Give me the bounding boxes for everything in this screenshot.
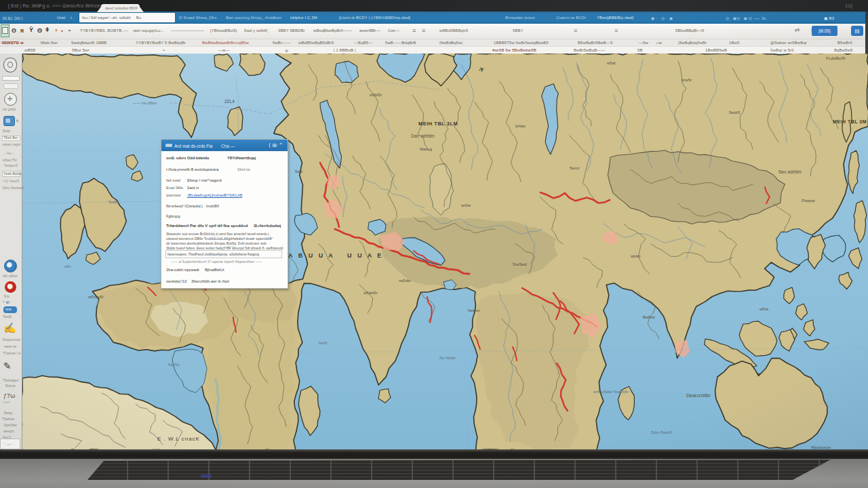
svg-text:wr5 w5dwr 5wdrb5r: wr5 w5dwr 5wdrb5r: [593, 390, 629, 394]
svg-text:5dw r5wbr5: 5dw r5wbr5: [651, 430, 673, 434]
svg-text:brw5r: brw5r: [682, 78, 692, 82]
svg-text:MEIH TBL 3M: MEIH TBL 3M: [833, 119, 867, 124]
svg-text:brfdw: brfdw: [515, 124, 526, 128]
svg-text:5wr5d: 5wr5d: [168, 363, 179, 367]
svg-text:5wd: 5wd: [295, 169, 302, 174]
svg-text:Darr adrfdm: Darr adrfdm: [411, 134, 435, 138]
svg-text:w5rdw5r: w5rdw5r: [87, 295, 104, 299]
svg-text:E . W.L cnacK: E . W.L cnacK: [157, 436, 200, 442]
svg-text:5wv adrfdm: 5wv adrfdm: [778, 169, 802, 174]
svg-text:wbfdr: wbfdr: [630, 254, 641, 258]
svg-text:FLdwBcr5r: FLdwBcr5r: [826, 56, 846, 60]
svg-text:5w fdwbr: 5w fdwbr: [439, 356, 456, 360]
svg-text:w5r: w5r: [64, 264, 71, 268]
svg-text:5wdr5: 5wdr5: [729, 110, 741, 115]
svg-text:Mazug: Mazug: [420, 147, 432, 151]
svg-text:wr5w: wr5w: [460, 203, 471, 207]
svg-text:rw5dw: rw5dw: [399, 279, 411, 283]
svg-text:A B U U A: A B U U A: [288, 252, 335, 259]
svg-text:MEIH TBL 3LM: MEIH TBL 3LM: [418, 121, 458, 127]
svg-text:U U A E: U U A E: [347, 252, 383, 259]
svg-text:fwdrwr: fwdrwr: [468, 308, 480, 312]
svg-text:2ZL4: 2ZL4: [224, 99, 235, 104]
svg-text:w5dr: w5dr: [606, 61, 616, 65]
svg-text:—— ins oBbm: —— ins oBbm: [133, 101, 157, 105]
svg-text:Fbqwqr: Fbqwqr: [802, 199, 815, 203]
svg-text:5rw5wd: 5rw5wd: [513, 262, 527, 266]
svg-text:w5fd5r: w5fd5r: [369, 93, 382, 97]
svg-text:5wrcr: 5wrcr: [570, 166, 580, 170]
svg-text:Bw5wr: Bw5wr: [643, 315, 655, 319]
svg-text:Dearcrctilbr: Dearcrctilbr: [686, 393, 711, 398]
svg-text:w5dw5r: w5dw5r: [363, 291, 378, 295]
svg-text:5wBr: 5wBr: [108, 200, 118, 204]
svg-text:bw5r: bw5r: [319, 341, 328, 345]
svg-text:w5rb: w5rb: [759, 307, 769, 311]
